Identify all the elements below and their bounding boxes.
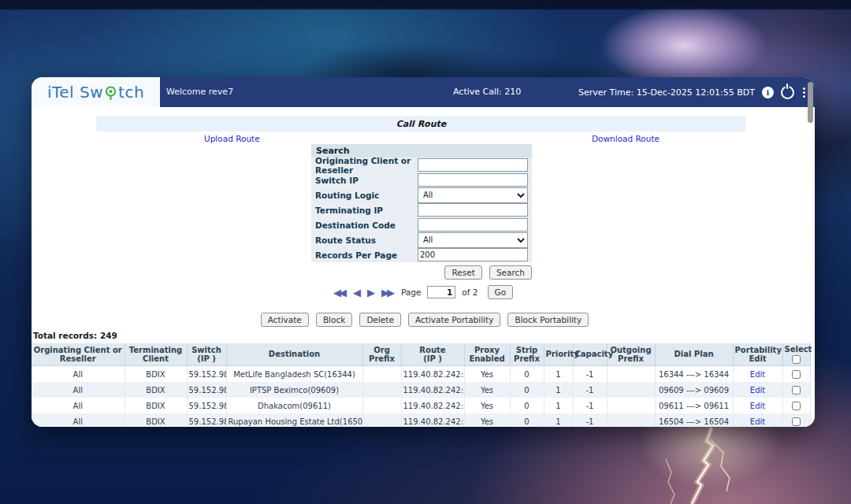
activate-portability-button[interactable]: Activate Portability (408, 313, 500, 327)
cell-route-ip: 119.40.82.242:5060 (401, 398, 464, 413)
cell-proxy-enabled: Yes (464, 398, 510, 413)
cell-proxy-enabled: Yes (464, 366, 510, 383)
page-number-input[interactable] (427, 286, 455, 298)
cell-strip-prefix: 0 (510, 398, 544, 413)
edit-link[interactable]: Edit (750, 386, 765, 395)
cell-strip-prefix: 0 (510, 413, 544, 427)
row-select-checkbox[interactable] (792, 386, 801, 395)
form-row-routing-logic: Routing Logic All (311, 187, 532, 202)
page-title: Call Route (396, 119, 446, 129)
cell-switch-ip: 59.152.98.66 (187, 382, 226, 398)
cell-switch-ip: 59.152.98.66 (187, 413, 226, 427)
table-row: AllBDIX59.152.98.66Rupayan Housing Estat… (32, 413, 810, 427)
server-time: Server Time: 15-Dec-2025 12:01:55 BDT (578, 87, 755, 98)
column-header: Dial Plan (655, 343, 733, 366)
select-all-checkbox[interactable] (792, 355, 801, 364)
cell-destination: IPTSP Beximco(09609) (226, 382, 362, 398)
cell-route-ip: 119.40.82.242:5060 (401, 382, 464, 398)
block-button[interactable]: Block (316, 313, 352, 327)
next-page-icon[interactable]: ▶ (367, 287, 375, 298)
cell-portability-edit: Edit (733, 366, 782, 383)
cell-outgoing-prefix (607, 366, 655, 383)
cell-org-prefix (362, 413, 401, 427)
cell-org-prefix (362, 382, 401, 398)
destination-code-label: Destination Code (315, 220, 418, 230)
row-select-checkbox[interactable] (792, 370, 801, 379)
pagination: ◀◀ ◀ ▶ ▶▶ Page of 2 Go (32, 285, 815, 299)
form-row-destination-code: Destination Code (311, 217, 532, 232)
form-row-records-per-page: Records Per Page (311, 247, 532, 262)
column-header: Org Prefix (362, 343, 401, 366)
cell-outgoing-prefix (607, 398, 655, 413)
cell-destination: Dhakacom(09611) (226, 398, 362, 413)
page-content: Call Route Upload Route Download Route S… (32, 107, 815, 427)
welcome-text: Welcome reve7 (166, 87, 233, 97)
edit-link[interactable]: Edit (750, 402, 765, 410)
first-page-icon[interactable]: ◀◀ (333, 287, 347, 298)
edit-link[interactable]: Edit (750, 417, 765, 426)
cell-select (782, 382, 810, 398)
column-header: Select (782, 343, 810, 366)
delete-button[interactable]: Delete (359, 313, 401, 327)
upload-route-link[interactable]: Upload Route (204, 134, 260, 143)
cell-terminating-client: BDIX (124, 382, 187, 398)
cell-org-prefix (362, 398, 401, 413)
switch-ip-label: Switch IP (315, 176, 418, 185)
terminating-ip-input[interactable] (418, 203, 528, 217)
row-select-checkbox[interactable] (792, 402, 801, 410)
route-table-header-row: Orginating Client or ResellerTerminating… (32, 343, 810, 366)
cell-route-ip: 119.40.82.242:5060 (401, 413, 464, 427)
activate-button[interactable]: Activate (261, 313, 309, 327)
originating-client-input[interactable] (418, 158, 528, 172)
search-button[interactable]: Search (489, 265, 532, 280)
cell-priority: 1 (544, 398, 573, 413)
cell-dial-plan: 16344 ---> 16344 (655, 366, 733, 383)
app-header: iTel Sw tch Welcome reve7 Active Call: 2… (32, 77, 815, 107)
cell-capacity: -1 (573, 366, 607, 383)
cell-terminating-client: BDIX (124, 366, 187, 383)
search-panel: Search Originating Client or Reseller Sw… (311, 144, 532, 262)
page-label: Page (401, 287, 421, 297)
route-status-select[interactable]: All (418, 232, 528, 248)
prev-page-icon[interactable]: ◀ (353, 287, 361, 298)
cell-destination: MetLife Bangladesh SC(16344) (226, 366, 362, 383)
app-window: iTel Sw tch Welcome reve7 Active Call: 2… (32, 77, 815, 427)
column-header: Orginating Client or Reseller (32, 343, 124, 366)
logo-text-right: tch (118, 83, 144, 102)
header-right-cluster: Server Time: 15-Dec-2025 12:01:55 BDT i (578, 77, 807, 107)
reset-button[interactable]: Reset (444, 265, 481, 280)
destination-code-input[interactable] (418, 218, 528, 232)
cell-outgoing-prefix (607, 382, 655, 398)
row-select-checkbox[interactable] (792, 417, 801, 426)
cell-strip-prefix: 0 (510, 382, 544, 398)
go-button[interactable]: Go (488, 285, 514, 299)
column-header: Capacity (573, 343, 607, 366)
table-row: AllBDIX59.152.98.66IPTSP Beximco(09609)1… (32, 382, 810, 398)
block-portability-button[interactable]: Block Portability (507, 313, 589, 327)
cell-switch-ip: 59.152.98.66 (187, 398, 226, 413)
kebab-menu-icon[interactable] (801, 87, 807, 98)
routing-logic-select[interactable]: All (418, 187, 528, 203)
cell-org-prefix (362, 366, 401, 383)
form-row-switch-ip: Switch IP (311, 172, 532, 187)
form-row-route-status: Route Status All (311, 232, 532, 247)
total-records: Total records: 249 (33, 331, 117, 340)
download-route-link[interactable]: Download Route (592, 134, 660, 143)
cell-select (782, 366, 810, 383)
records-per-page-input[interactable] (418, 248, 528, 261)
cell-dial-plan: 16504 ---> 16504 (655, 413, 733, 427)
switch-ip-input[interactable] (418, 173, 528, 187)
info-icon[interactable]: i (762, 87, 774, 98)
cell-route-ip: 119.40.82.242:5060 (401, 366, 464, 383)
active-call-count: Active Call: 210 (453, 87, 521, 97)
column-header: Priority (544, 343, 573, 366)
column-header: Route (IP ) (401, 343, 464, 366)
records-per-page-label: Records Per Page (315, 250, 418, 260)
last-page-icon[interactable]: ▶▶ (381, 287, 395, 298)
power-icon[interactable] (781, 86, 794, 99)
edit-link[interactable]: Edit (750, 370, 765, 379)
terminating-ip-label: Terminating IP (315, 206, 418, 215)
logo-text-left: iTel Sw (47, 83, 103, 102)
cell-strip-prefix: 0 (510, 366, 544, 383)
scrollbar-thumb[interactable] (808, 82, 813, 123)
